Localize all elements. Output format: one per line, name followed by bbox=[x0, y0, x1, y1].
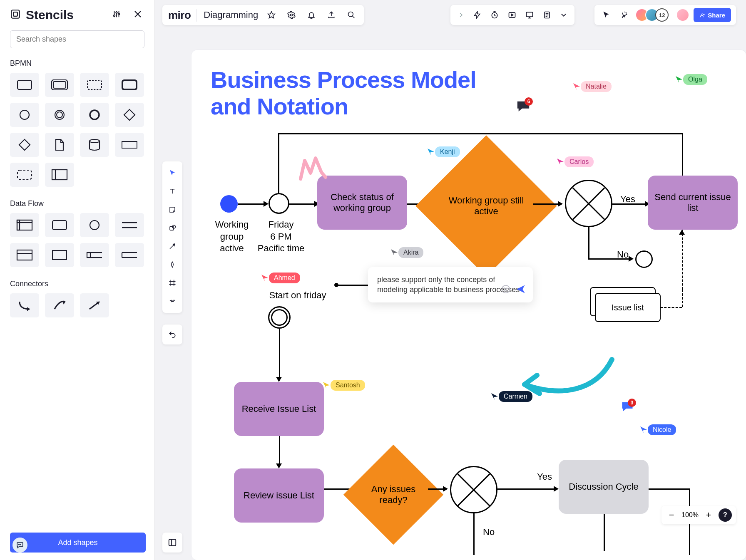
board-name[interactable]: Diagramming bbox=[204, 10, 258, 20]
connector[interactable] bbox=[473, 513, 475, 555]
export-icon[interactable] bbox=[325, 8, 338, 22]
connector[interactable] bbox=[428, 488, 444, 490]
tool-more[interactable] bbox=[162, 292, 182, 310]
shape-transaction[interactable] bbox=[45, 73, 74, 97]
shape-datastore-lines[interactable] bbox=[115, 213, 144, 237]
shape-data-object[interactable] bbox=[45, 133, 74, 157]
search-input[interactable] bbox=[10, 30, 144, 48]
cursor-icon[interactable] bbox=[599, 8, 613, 22]
tool-select[interactable] bbox=[162, 164, 182, 182]
comment-card[interactable]: please support only the concepts of mode… bbox=[368, 267, 533, 302]
search-board-icon[interactable] bbox=[345, 8, 358, 22]
connector[interactable] bbox=[533, 203, 559, 205]
connector[interactable] bbox=[278, 133, 279, 202]
shape-exclusive-gateway[interactable] bbox=[10, 133, 39, 157]
connector[interactable] bbox=[588, 227, 589, 259]
shape-gateway[interactable] bbox=[115, 103, 144, 127]
connector-elbow[interactable] bbox=[10, 293, 39, 317]
intermediate-event-node[interactable] bbox=[268, 306, 291, 329]
comment-pin-dark[interactable]: 6 bbox=[516, 100, 530, 112]
zoom-percent[interactable]: 100% bbox=[681, 511, 699, 519]
add-shapes-button[interactable]: Add shapes bbox=[10, 533, 146, 553]
tool-shape[interactable] bbox=[162, 219, 182, 237]
zoom-out-button[interactable]: − bbox=[666, 510, 677, 520]
settings-icon[interactable] bbox=[285, 8, 298, 22]
shape-group[interactable] bbox=[10, 163, 39, 187]
presentation-icon[interactable] bbox=[523, 8, 536, 22]
subprocess-node[interactable]: Discussion Cycle bbox=[559, 460, 649, 514]
brand-logo[interactable]: miro bbox=[168, 9, 197, 22]
shape-intermediate-event[interactable] bbox=[45, 103, 74, 127]
diagram-title[interactable]: Business Process Model and Notation bbox=[211, 67, 476, 120]
task-node[interactable]: Receive Issue List bbox=[234, 382, 324, 436]
connector-dashed[interactable] bbox=[660, 307, 682, 308]
more-apps-icon[interactable] bbox=[558, 9, 569, 21]
apps-chevron-icon[interactable] bbox=[455, 10, 466, 20]
avatar-self[interactable] bbox=[676, 8, 689, 22]
connector[interactable] bbox=[324, 488, 351, 490]
connector[interactable] bbox=[612, 203, 646, 205]
connector-straight[interactable] bbox=[80, 293, 109, 317]
send-icon[interactable] bbox=[515, 284, 526, 297]
shape-pool[interactable] bbox=[45, 163, 74, 187]
record-icon[interactable] bbox=[505, 8, 519, 22]
shape-process-circle[interactable] bbox=[80, 213, 109, 237]
connector-dashed[interactable] bbox=[682, 290, 683, 307]
connector[interactable] bbox=[238, 203, 264, 205]
annotation-scribble[interactable] bbox=[297, 152, 331, 183]
tool-pen[interactable] bbox=[162, 255, 182, 274]
shape-task[interactable] bbox=[10, 73, 39, 97]
task-node[interactable]: Check status of working group bbox=[317, 176, 407, 230]
canvas-frame[interactable]: Business Process Model and Notation 6 Wo… bbox=[191, 50, 746, 560]
shape-df2[interactable] bbox=[45, 243, 74, 267]
notifications-icon[interactable] bbox=[305, 8, 318, 22]
panel-toggle-icon[interactable] bbox=[162, 533, 182, 553]
connector[interactable] bbox=[497, 488, 555, 490]
emoji-icon[interactable] bbox=[501, 285, 510, 296]
tool-line[interactable] bbox=[162, 237, 182, 255]
help-button[interactable]: ? bbox=[719, 508, 732, 522]
shape-end-event[interactable] bbox=[80, 103, 109, 127]
end-event-node[interactable] bbox=[635, 250, 653, 268]
connector-curve[interactable] bbox=[45, 293, 74, 317]
power-icon[interactable] bbox=[470, 8, 484, 22]
task-node[interactable]: Review issue List bbox=[234, 468, 324, 523]
connector[interactable] bbox=[649, 488, 690, 490]
comment-pin-blue[interactable]: 3 bbox=[621, 401, 634, 412]
shape-external-entity[interactable] bbox=[10, 213, 39, 237]
decision-node[interactable]: Any issues ready? bbox=[343, 445, 443, 545]
close-icon[interactable] bbox=[131, 7, 144, 22]
favorite-icon[interactable] bbox=[265, 8, 278, 22]
shape-df4[interactable] bbox=[115, 243, 144, 267]
zoom-in-button[interactable]: + bbox=[703, 510, 714, 520]
connector-dashed[interactable] bbox=[682, 230, 683, 290]
connector[interactable] bbox=[604, 514, 605, 551]
shape-event-subprocess[interactable] bbox=[80, 73, 109, 97]
tool-text[interactable] bbox=[162, 182, 182, 201]
gateway-node[interactable] bbox=[565, 180, 612, 227]
tool-sticky[interactable] bbox=[162, 201, 182, 219]
connector[interactable] bbox=[279, 329, 280, 379]
connector[interactable] bbox=[289, 203, 315, 205]
tool-frame[interactable] bbox=[162, 274, 182, 292]
gateway-node[interactable] bbox=[450, 466, 497, 513]
undo-button[interactable] bbox=[162, 325, 182, 344]
connector[interactable] bbox=[278, 133, 682, 134]
stencils-settings-icon[interactable] bbox=[110, 8, 123, 22]
start-event-node[interactable] bbox=[220, 195, 238, 213]
shape-start-event[interactable] bbox=[10, 103, 39, 127]
share-button[interactable]: Share bbox=[694, 8, 731, 22]
reactions-icon[interactable] bbox=[617, 8, 631, 22]
shape-text-annotation[interactable] bbox=[115, 133, 144, 157]
user-avatars[interactable]: 12 bbox=[635, 8, 669, 22]
connector[interactable] bbox=[279, 436, 280, 465]
shape-call-activity[interactable] bbox=[115, 73, 144, 97]
avatar-count[interactable]: 12 bbox=[655, 8, 669, 22]
shape-process-rect[interactable] bbox=[45, 213, 74, 237]
timer-icon[interactable] bbox=[488, 8, 501, 22]
data-object-node[interactable]: Issue list bbox=[590, 287, 661, 322]
intercom-launcher-icon[interactable] bbox=[12, 538, 27, 553]
shape-df1[interactable] bbox=[10, 243, 39, 267]
shape-data-store[interactable] bbox=[80, 133, 109, 157]
task-node[interactable]: Send current issue list bbox=[648, 176, 738, 230]
